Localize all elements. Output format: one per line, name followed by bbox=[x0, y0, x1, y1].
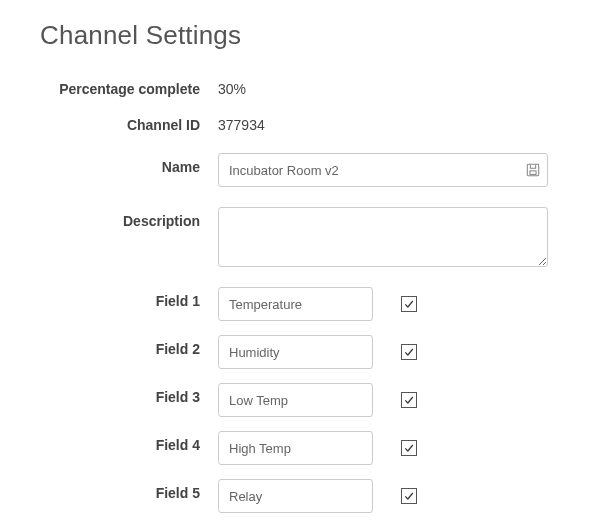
row-field-2: Field 2 bbox=[40, 335, 560, 369]
label-field: Field 4 bbox=[40, 431, 218, 453]
label-description: Description bbox=[40, 207, 218, 229]
field-4-checkbox[interactable] bbox=[401, 440, 417, 456]
label-field: Field 2 bbox=[40, 335, 218, 357]
label-name: Name bbox=[40, 153, 218, 175]
row-field-3: Field 3 bbox=[40, 383, 560, 417]
row-field-4: Field 4 bbox=[40, 431, 560, 465]
field-2-checkbox[interactable] bbox=[401, 344, 417, 360]
label-field: Field 3 bbox=[40, 383, 218, 405]
field-1-checkbox[interactable] bbox=[401, 296, 417, 312]
field-3-input[interactable] bbox=[218, 383, 373, 417]
label-channel-id: Channel ID bbox=[40, 111, 218, 133]
name-input[interactable] bbox=[218, 153, 548, 187]
label-field: Field 1 bbox=[40, 287, 218, 309]
label-percentage: Percentage complete bbox=[40, 75, 218, 97]
row-field-1: Field 1 bbox=[40, 287, 560, 321]
row-channel-id: Channel ID 377934 bbox=[40, 111, 560, 133]
field-4-input[interactable] bbox=[218, 431, 373, 465]
label-field: Field 5 bbox=[40, 479, 218, 501]
page-title: Channel Settings bbox=[40, 20, 560, 51]
row-name: Name bbox=[40, 153, 560, 187]
row-description: Description bbox=[40, 207, 560, 267]
field-3-checkbox[interactable] bbox=[401, 392, 417, 408]
field-5-checkbox[interactable] bbox=[401, 488, 417, 504]
value-percentage: 30% bbox=[218, 75, 246, 97]
field-1-input[interactable] bbox=[218, 287, 373, 321]
description-input[interactable] bbox=[218, 207, 548, 267]
row-field-5: Field 5 bbox=[40, 479, 560, 513]
field-2-input[interactable] bbox=[218, 335, 373, 369]
field-5-input[interactable] bbox=[218, 479, 373, 513]
value-channel-id: 377934 bbox=[218, 111, 265, 133]
row-percentage: Percentage complete 30% bbox=[40, 75, 560, 97]
